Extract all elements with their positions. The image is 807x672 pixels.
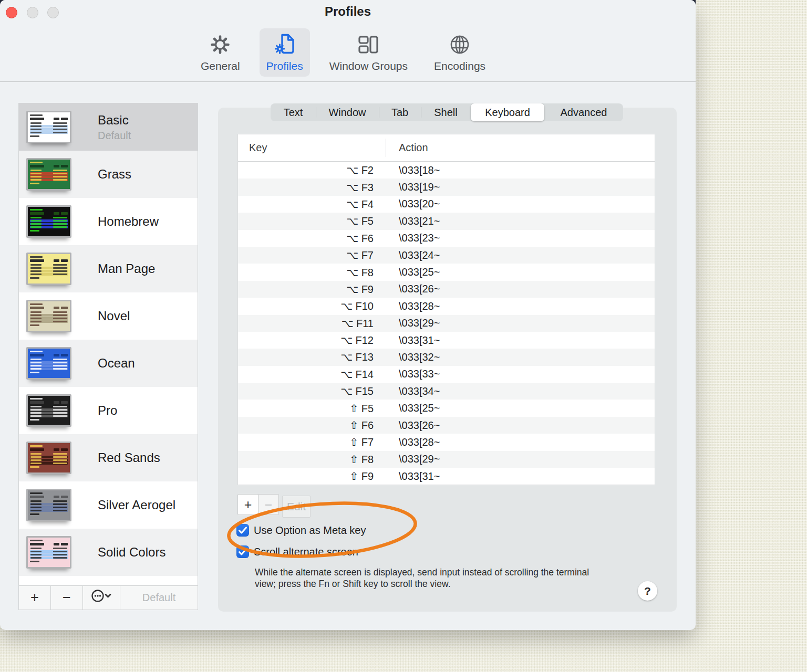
help-button[interactable]: ?: [638, 581, 657, 601]
profile-action-menu-button[interactable]: [83, 586, 120, 610]
toolbar-item-profiles[interactable]: Profiles: [260, 28, 310, 77]
profile-name: Novel: [98, 309, 130, 323]
profile-list-footer: + − Default: [19, 585, 198, 610]
key-cell: ⌥ F9: [238, 283, 374, 296]
remove-key-button[interactable]: −: [258, 494, 279, 515]
titlebar: Profiles General: [0, 0, 696, 82]
action-cell: \033[31~: [374, 470, 440, 482]
checkmark-icon: [236, 545, 249, 558]
table-row[interactable]: ⌥ F9 \033[26~: [238, 281, 655, 298]
use-option-as-meta-key-label: Use Option as Meta key: [254, 524, 366, 537]
globe-icon: [448, 32, 472, 57]
action-cell: \033[23~: [374, 232, 440, 244]
toolbar-item-encodings[interactable]: Encodings: [427, 28, 492, 77]
table-row[interactable]: ⌥ F4 \033[20~: [238, 196, 655, 213]
profile-list-item[interactable]: Novel: [19, 292, 198, 340]
table-row[interactable]: ⌥ F5 \033[21~: [238, 213, 655, 229]
key-cell: ⇧ F9: [238, 470, 374, 482]
action-cell: \033[26~: [374, 419, 440, 432]
profile-thumbnail: [26, 347, 71, 380]
profile-document-icon: [273, 32, 297, 57]
key-cell: ⇧ F6: [238, 419, 374, 432]
tab-text[interactable]: Text: [271, 103, 316, 121]
action-cell: \033[20~: [374, 198, 440, 210]
scroll-alternate-screen-label: Scroll alternate screen: [254, 546, 358, 558]
action-cell: \033[26~: [374, 283, 440, 295]
profile-thumbnail: [26, 394, 71, 427]
table-row[interactable]: ⌥ F14 \033[33~: [238, 366, 655, 383]
edit-key-button[interactable]: Edit: [282, 496, 311, 518]
scroll-alternate-screen-row: Scroll alternate screen: [236, 545, 358, 558]
table-row[interactable]: ⌥ F12 \033[31~: [238, 332, 655, 349]
table-row[interactable]: ⌥ F10 \033[28~: [238, 298, 655, 314]
tab-window[interactable]: Window: [316, 103, 379, 121]
profile-name: Ocean: [98, 356, 135, 371]
key-cell: ⌥ F8: [238, 266, 374, 279]
table-row[interactable]: ⇧ F8 \033[29~: [238, 451, 655, 468]
profile-thumbnail: [26, 158, 71, 191]
profile-list-item[interactable]: Grass: [19, 151, 198, 198]
key-cell: ⇧ F8: [238, 453, 374, 466]
action-cell: \033[21~: [374, 215, 440, 227]
table-row[interactable]: ⇧ F5 \033[25~: [238, 400, 655, 416]
profile-thumbnail: [26, 205, 71, 238]
action-cell: \033[18~: [374, 164, 440, 176]
table-row[interactable]: ⇧ F7 \033[28~: [238, 434, 655, 450]
tab-shell[interactable]: Shell: [421, 103, 471, 121]
action-cell: \033[31~: [374, 334, 440, 346]
column-divider[interactable]: [386, 139, 386, 157]
table-row[interactable]: ⌥ F6 \033[23~: [238, 230, 655, 247]
profile-thumbnail: [26, 536, 71, 569]
table-row[interactable]: ⇧ F6 \033[26~: [238, 417, 655, 434]
add-profile-button[interactable]: +: [19, 586, 51, 610]
profile-list-item[interactable]: Basic Default: [19, 103, 198, 151]
key-cell: ⌥ F14: [238, 368, 374, 381]
toolbar-item-window-groups[interactable]: Window Groups: [323, 28, 415, 77]
tab-tab[interactable]: Tab: [379, 103, 421, 121]
key-cell: ⌥ F4: [238, 198, 374, 211]
key-cell: ⇧ F5: [238, 402, 374, 415]
profile-list-item[interactable]: Homebrew: [19, 198, 198, 245]
table-row[interactable]: ⌥ F7 \033[24~: [238, 247, 655, 264]
profile-thumbnail: [26, 489, 71, 521]
remove-profile-button[interactable]: −: [51, 586, 83, 610]
profile-list-item[interactable]: Ocean: [19, 340, 198, 387]
checkmark-icon: [236, 524, 249, 537]
tab-advanced[interactable]: Advanced: [544, 103, 623, 121]
table-row[interactable]: ⌥ F11 \033[29~: [238, 315, 655, 332]
action-cell: \033[24~: [374, 249, 440, 261]
profile-name: Red Sands: [98, 450, 160, 465]
toolbar-item-general[interactable]: General: [194, 28, 247, 77]
key-cell: ⌥ F15: [238, 385, 374, 397]
table-row[interactable]: ⌥ F8 \033[25~: [238, 264, 655, 280]
add-key-button[interactable]: +: [237, 494, 258, 515]
action-cell: \033[32~: [374, 351, 440, 363]
table-row[interactable]: ⌥ F3 \033[19~: [238, 178, 655, 195]
set-default-button[interactable]: Default: [120, 586, 198, 610]
profile-list-item[interactable]: Pro: [19, 387, 198, 434]
profile-list-item[interactable]: Silver Aerogel: [19, 481, 198, 529]
profile-list-item[interactable]: Red Sands: [19, 434, 198, 481]
profile-thumbnail: [26, 442, 71, 474]
action-cell: \033[34~: [374, 385, 440, 397]
action-cell: \033[28~: [374, 436, 440, 448]
profile-name: Silver Aerogel: [98, 498, 175, 512]
profile-thumbnail: [26, 300, 71, 332]
scroll-alternate-screen-checkbox[interactable]: [236, 545, 249, 558]
key-cell: ⌥ F5: [238, 215, 374, 227]
table-row[interactable]: ⌥ F2 \033[18~: [238, 162, 655, 178]
profile-list-item[interactable]: Man Page: [19, 245, 198, 292]
use-option-as-meta-key-checkbox[interactable]: [236, 524, 249, 537]
key-column-header[interactable]: Key: [238, 142, 374, 154]
table-row[interactable]: ⇧ F9 \033[31~: [238, 468, 655, 485]
keyboard-shortcut-table: Key Action ⌥ F2 \033[18~ ⌥ F3 \033[19~ ⌥…: [237, 134, 655, 485]
preferences-window: Profiles General: [0, 0, 696, 630]
toolbar-label-encodings: Encodings: [434, 60, 485, 72]
table-row[interactable]: ⌥ F15 \033[34~: [238, 383, 655, 400]
table-row[interactable]: ⌥ F13 \033[32~: [238, 349, 655, 365]
profile-list-item[interactable]: Solid Colors: [19, 529, 198, 576]
ellipsis-circle-chevron-icon: [90, 588, 112, 607]
profile-name: Grass: [98, 167, 131, 182]
tab-keyboard[interactable]: Keyboard: [471, 103, 544, 121]
action-column-header[interactable]: Action: [374, 142, 428, 154]
